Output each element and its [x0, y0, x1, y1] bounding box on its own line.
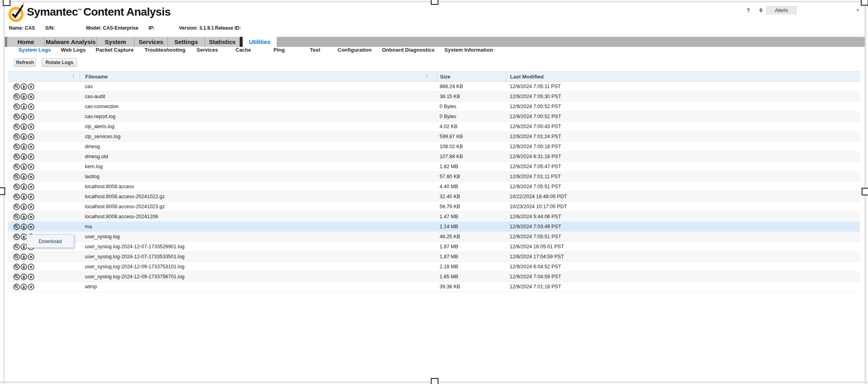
- preview-icon[interactable]: [13, 203, 20, 210]
- table-row[interactable]: lastlog 57.60 KB 12/9/2024 7:01:11 PST: [8, 172, 860, 182]
- download-icon[interactable]: [20, 153, 27, 160]
- selection-handle-top-right[interactable]: [861, 0, 868, 6]
- delete-icon[interactable]: [28, 93, 34, 100]
- table-row[interactable]: user_syslog.log-2024-12-07-1733529901.lo…: [8, 242, 860, 252]
- delete-icon[interactable]: [28, 113, 34, 120]
- delete-icon[interactable]: [28, 223, 34, 230]
- filename-column-header[interactable]: Filename ↑: [80, 72, 437, 81]
- rotate-logs-button[interactable]: Rotate Logs: [42, 58, 77, 67]
- selection-handle-middle-left[interactable]: [0, 187, 5, 195]
- delete-icon[interactable]: [28, 103, 34, 110]
- preview-icon[interactable]: [13, 253, 20, 260]
- preview-icon[interactable]: [13, 103, 20, 110]
- preview-icon[interactable]: [13, 233, 20, 240]
- table-row[interactable]: cas-audit 38.15 KB 12/9/2024 7:05:30 PST: [8, 92, 860, 102]
- table-row[interactable]: clp_services.log 599.87 KB 12/9/2024 7:0…: [8, 132, 860, 142]
- selection-handle-bottom-center[interactable]: [431, 378, 438, 384]
- download-icon[interactable]: [20, 253, 27, 260]
- preview-icon[interactable]: [13, 273, 20, 280]
- preview-icon[interactable]: [13, 173, 20, 180]
- delete-icon[interactable]: [28, 153, 34, 160]
- subnav-item[interactable]: Packet Capture: [96, 47, 134, 53]
- delete-icon[interactable]: [28, 123, 34, 130]
- refresh-button[interactable]: Refresh: [14, 58, 36, 67]
- delete-icon[interactable]: [28, 253, 34, 260]
- download-icon[interactable]: [20, 173, 27, 180]
- download-icon[interactable]: [20, 183, 27, 190]
- download-icon[interactable]: [20, 223, 27, 230]
- table-row[interactable]: user_syslog.log-2024-12-07-1733533501.lo…: [8, 252, 860, 262]
- subnav-item[interactable]: Troubleshooting: [145, 47, 185, 53]
- table-row[interactable]: kern.log 1.82 MB 12/9/2024 7:05:47 PST: [8, 162, 860, 172]
- download-icon[interactable]: [20, 123, 27, 130]
- preview-icon[interactable]: [13, 133, 20, 140]
- subnav-item[interactable]: Test: [310, 47, 320, 53]
- actions-column-header[interactable]: ↑: [8, 72, 80, 81]
- subnav-item[interactable]: Ping: [273, 47, 285, 53]
- delete-icon[interactable]: [28, 143, 34, 150]
- download-icon[interactable]: [20, 93, 27, 100]
- preview-icon[interactable]: [13, 283, 20, 290]
- table-row[interactable]: wtmp 39.38 KB 12/9/2024 7:01:18 PST: [8, 282, 860, 292]
- preview-icon[interactable]: [13, 83, 20, 90]
- table-row[interactable]: user_syslog.log-2024-12-09-1733756701.lo…: [8, 272, 860, 282]
- table-row[interactable]: localhost:8008.access-20241022.gz 32.40 …: [8, 192, 860, 202]
- download-icon[interactable]: [20, 133, 27, 140]
- delete-icon[interactable]: [28, 213, 34, 220]
- preview-icon[interactable]: [13, 143, 20, 150]
- subnav-item[interactable]: Web Logs: [61, 47, 86, 53]
- preview-icon[interactable]: [13, 113, 20, 120]
- download-icon[interactable]: [20, 203, 27, 210]
- delete-icon[interactable]: [28, 283, 34, 290]
- delete-icon[interactable]: [28, 193, 34, 200]
- selection-handle-top-center[interactable]: [431, 0, 438, 5]
- help-icon[interactable]: ?: [745, 7, 752, 14]
- delete-icon[interactable]: [28, 263, 34, 270]
- preview-icon[interactable]: [13, 183, 20, 190]
- download-icon[interactable]: [20, 213, 27, 220]
- preview-icon[interactable]: [13, 263, 20, 270]
- download-icon[interactable]: [20, 193, 27, 200]
- preview-icon[interactable]: [13, 153, 20, 160]
- table-row[interactable]: ma 1.14 MB 12/9/2024 7:03:49 PST: [8, 222, 860, 232]
- preview-icon[interactable]: [13, 93, 20, 100]
- last-modified-column-header[interactable]: Last Modified: [506, 72, 860, 81]
- preview-icon[interactable]: [13, 223, 20, 230]
- table-row[interactable]: clp_alerts.log 4.02 KB 12/9/2024 7:00:43…: [8, 122, 860, 132]
- download-icon[interactable]: [20, 143, 27, 150]
- chevron-down-icon[interactable]: ▼: [856, 8, 860, 12]
- table-row[interactable]: cas-connection 0 Bytes 12/9/2024 7:00:52…: [8, 102, 860, 112]
- delete-icon[interactable]: [28, 83, 34, 90]
- subnav-item[interactable]: Onboard Diagnostics: [382, 47, 434, 53]
- delete-icon[interactable]: [28, 163, 34, 170]
- table-row[interactable]: cas 866.24 KB 12/9/2024 7:05:11 PST: [8, 82, 860, 92]
- delete-icon[interactable]: [28, 173, 34, 180]
- table-row[interactable]: localhost:8008.access 4.40 MB 12/9/2024 …: [8, 182, 860, 192]
- preview-icon[interactable]: [13, 213, 20, 220]
- size-column-header[interactable]: Size: [437, 72, 506, 81]
- table-row[interactable]: user_syslog.log 46.25 KB 12/9/2024 7:05:…: [8, 232, 860, 242]
- download-icon[interactable]: [20, 263, 27, 270]
- preview-icon[interactable]: [13, 243, 20, 250]
- table-row[interactable]: dmesg.old 107.88 KB 12/9/2024 6:31:16 PS…: [8, 152, 860, 162]
- preview-icon[interactable]: [13, 163, 20, 170]
- sort-ascending-icon[interactable]: ↑: [425, 73, 428, 80]
- download-icon[interactable]: [20, 283, 27, 290]
- subnav-item[interactable]: Cache: [235, 47, 251, 53]
- table-row[interactable]: dmesg 108.02 KB 12/9/2024 7:00:18 PST: [8, 142, 860, 152]
- download-icon[interactable]: [20, 103, 27, 110]
- download-icon[interactable]: [20, 83, 27, 90]
- table-row[interactable]: user_syslog.log-2024-12-09-1733753101.lo…: [8, 262, 860, 272]
- table-row[interactable]: cas-report.log 0 Bytes 12/9/2024 7:00:52…: [8, 112, 860, 122]
- delete-icon[interactable]: [28, 203, 34, 210]
- delete-icon[interactable]: [28, 183, 34, 190]
- download-icon[interactable]: [20, 163, 27, 170]
- delete-icon[interactable]: [28, 273, 34, 280]
- download-icon[interactable]: [20, 113, 27, 120]
- preview-icon[interactable]: [13, 123, 20, 130]
- selection-handle-top-left[interactable]: [3, 0, 10, 6]
- table-row[interactable]: localhost:8008.access-20241023.gz 56.79 …: [8, 202, 860, 212]
- alerts-button[interactable]: Alerts: [766, 6, 797, 14]
- subnav-item[interactable]: Configuration: [338, 47, 372, 53]
- preview-icon[interactable]: [13, 193, 20, 200]
